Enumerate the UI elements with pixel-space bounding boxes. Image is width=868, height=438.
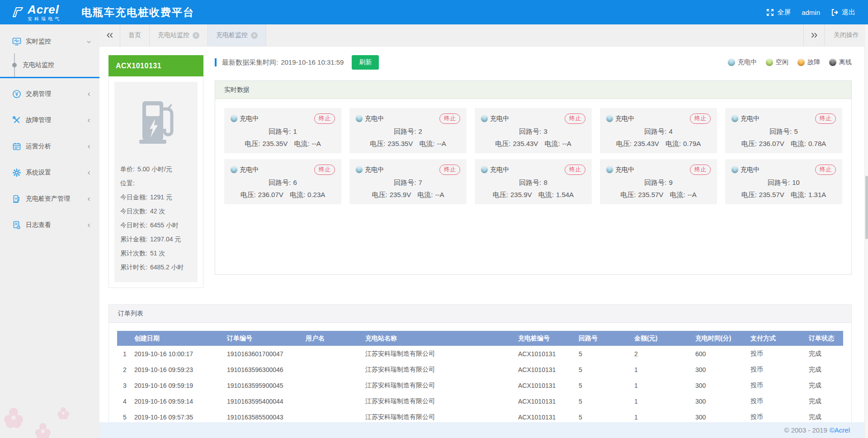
- offline-status-dot: [829, 59, 836, 66]
- terminate-button[interactable]: 终止: [815, 165, 836, 175]
- terminate-button[interactable]: 终止: [439, 165, 460, 175]
- user-menu[interactable]: admin: [802, 9, 820, 16]
- circuit-metrics: 电压:236.07V 电流:0.78A: [731, 140, 836, 148]
- sidebar-item-label: 故障管理: [26, 116, 51, 124]
- circuit-card: 充电中 终止 回路号:5 电压:236.07V: [725, 108, 842, 153]
- col-username: 用户名: [304, 331, 363, 346]
- cell-index: 4: [117, 393, 132, 409]
- log-document-icon: [12, 221, 21, 230]
- copyright-text: © 2003 - 2019: [784, 426, 827, 434]
- fullscreen-label: 全屏: [777, 8, 791, 17]
- chevron-left-icon: [86, 118, 91, 123]
- sidebar-subitem-station-monitor[interactable]: 充电站监控: [0, 53, 99, 77]
- transaction-icon: [12, 89, 21, 99]
- circuit-card: 充电中 终止 回路号:10 电压:235.57V: [725, 159, 842, 204]
- chevron-left-icon: [86, 144, 91, 149]
- charging-status-dot: [481, 115, 488, 122]
- circuit-number: 回路号:4: [606, 127, 711, 136]
- cell-username: [304, 377, 363, 393]
- terminate-button[interactable]: 终止: [690, 165, 711, 175]
- table-row[interactable]: 2 2019-10-16 09:59:23 1910163596300046 江…: [117, 362, 843, 377]
- acrel-logo-icon: [12, 6, 24, 19]
- sidebar-item-label: 实时监控: [26, 38, 51, 46]
- tab-close-icon[interactable]: ×: [193, 32, 199, 39]
- cell-circuit-no: 5: [577, 346, 632, 362]
- vertical-scrollbar[interactable]: [864, 24, 868, 438]
- logout-button[interactable]: 退出: [831, 8, 855, 17]
- sidebar: 实时监控 充电站监控 交易管理: [0, 24, 99, 438]
- table-row[interactable]: 5 2019-10-16 09:57:35 1910163585500043 江…: [117, 409, 843, 422]
- col-create-date: 创建日期: [132, 331, 225, 346]
- monitor-icon: [12, 37, 21, 46]
- page-title: 电瓶车充电桩收费平台: [81, 5, 194, 19]
- circuit-status: 充电中: [606, 166, 634, 174]
- tabs-scroll-left-button[interactable]: [99, 24, 120, 46]
- cell-order-status: 完成: [807, 346, 843, 362]
- cell-order-status: 完成: [807, 409, 843, 422]
- sidebar-item-logs[interactable]: 日志查看: [0, 212, 99, 238]
- terminate-button[interactable]: 终止: [815, 113, 836, 124]
- tab-pile-monitor[interactable]: 充电桩监控 ×: [208, 24, 266, 46]
- tools-icon: [12, 116, 21, 125]
- cell-order-status: 完成: [807, 393, 843, 409]
- col-order-status: 订单状态: [807, 331, 843, 346]
- table-row[interactable]: 1 2019-10-16 10:00:17 1910163601700047 江…: [117, 346, 843, 362]
- circuit-number: 回路号:3: [481, 127, 585, 136]
- chevron-down-icon: [86, 39, 91, 44]
- fault-status-dot: [797, 59, 805, 66]
- fullscreen-icon: [766, 9, 774, 16]
- cell-amount: 1: [632, 377, 693, 393]
- fullscreen-button[interactable]: 全屏: [766, 8, 791, 17]
- legend-charging: 充电中: [728, 58, 757, 66]
- sidebar-item-faults[interactable]: 故障管理: [0, 107, 99, 133]
- cell-index: 1: [117, 346, 132, 362]
- charging-status-dot: [231, 166, 237, 173]
- table-row[interactable]: 3 2019-10-16 09:59:19 1910163595900045 江…: [117, 377, 843, 393]
- sidebar-item-analytics[interactable]: 运营分析: [0, 133, 99, 160]
- refresh-button[interactable]: 刷新: [352, 55, 379, 70]
- logout-icon: [831, 9, 839, 16]
- terminate-button[interactable]: 终止: [565, 113, 585, 124]
- circuit-card: 充电中 终止 回路号:6 电压:236.07V: [224, 159, 341, 204]
- sidebar-item-pile-assets[interactable]: 充电桩资产管理: [0, 186, 99, 212]
- cell-create-date: 2019-10-16 10:00:17: [132, 346, 225, 362]
- sidebar-item-label: 充电桩资产管理: [26, 195, 70, 203]
- circuit-metrics: 电压:235.35V 电流:--A: [356, 140, 460, 148]
- cell-charge-minutes: 300: [693, 377, 749, 393]
- sidebar-item-transactions[interactable]: 交易管理: [0, 81, 99, 107]
- scrollbar-thumb[interactable]: [865, 176, 868, 239]
- charging-status-dot: [356, 166, 363, 173]
- double-chevron-left-icon: [107, 33, 113, 38]
- circuit-status: 充电中: [356, 166, 384, 174]
- tab-close-icon[interactable]: ×: [251, 32, 258, 39]
- terminate-button[interactable]: 终止: [690, 113, 711, 124]
- table-row[interactable]: 4 2019-10-16 09:59:14 1910163595400044 江…: [117, 393, 843, 409]
- sidebar-item-settings[interactable]: 系统设置: [0, 160, 99, 186]
- circuit-card-grid: 充电中 终止 回路号:1 电压:235.35V: [215, 99, 851, 213]
- close-operations-button[interactable]: 关闭操作: [824, 24, 868, 46]
- close-operations-label: 关闭操作: [834, 31, 859, 39]
- tabs-scroll-right-button[interactable]: [803, 24, 824, 46]
- circuit-status: 充电中: [481, 115, 509, 123]
- tab-home[interactable]: 首页: [120, 24, 150, 46]
- tab-bar: 首页 充电站监控 × 充电桩监控 × 关闭操作: [99, 24, 868, 47]
- pile-info-card: ACX1010131: [108, 55, 203, 288]
- col-station-name: 充电站名称: [363, 331, 516, 346]
- sidebar-item-realtime-monitor[interactable]: 实时监控: [0, 30, 99, 53]
- cell-station-name: 江苏安科瑞制造有限公司: [363, 346, 516, 362]
- charging-status-dot: [728, 59, 735, 66]
- terminate-button[interactable]: 终止: [565, 165, 585, 175]
- cell-order-status: 完成: [807, 377, 843, 393]
- cell-charge-minutes: 300: [693, 409, 749, 422]
- terminate-button[interactable]: 终止: [314, 113, 335, 124]
- terminate-button[interactable]: 终止: [314, 165, 335, 175]
- terminate-button[interactable]: 终止: [439, 113, 460, 124]
- footer-brand-link[interactable]: ©Acrel: [830, 426, 850, 434]
- stat-total-amount: 累计金额:1297.04 元: [120, 232, 192, 246]
- tab-station-monitor[interactable]: 充电站监控 ×: [150, 24, 208, 46]
- charging-status-dot: [731, 115, 738, 122]
- order-list-section: 订单列表 创建日期 订单编号 用户名: [108, 304, 852, 422]
- legend-idle: 空闲: [766, 58, 788, 66]
- order-list-title: 订单列表: [109, 305, 851, 323]
- circuit-card: 充电中 终止 回路号:2 电压:235.35V: [349, 108, 467, 153]
